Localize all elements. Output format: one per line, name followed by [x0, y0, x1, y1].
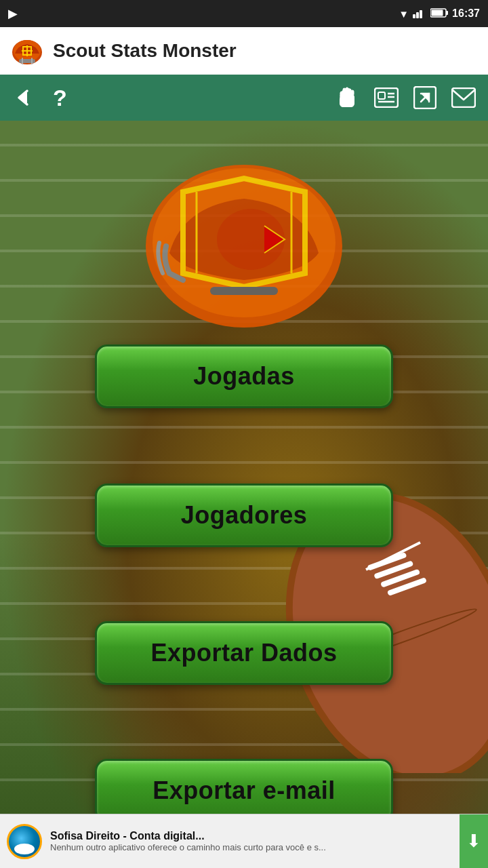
- download-icon: ⬇: [466, 831, 481, 852]
- svg-rect-4: [432, 9, 443, 16]
- export-button[interactable]: [413, 86, 436, 109]
- play-store-icon: ▶: [8, 6, 18, 21]
- ad-banner[interactable]: Sofisa Direito - Conta digital... Nenhum…: [0, 814, 488, 868]
- svg-rect-14: [348, 89, 351, 96]
- ad-text: Sofisa Direito - Conta digital... Nenhum…: [50, 830, 451, 852]
- svg-rect-13: [346, 87, 348, 96]
- app-title: Scout Stats Monster: [53, 40, 237, 62]
- svg-rect-15: [351, 90, 354, 96]
- svg-rect-2: [420, 10, 422, 18]
- jogadores-button[interactable]: Jogadores: [95, 484, 393, 547]
- buttons-container: Jogadas Jogadores Exportar Dados Exporta…: [95, 344, 393, 814]
- svg-rect-8: [19, 59, 35, 63]
- signal-icon: [413, 7, 426, 20]
- svg-rect-0: [413, 14, 415, 18]
- toolbar: ?: [0, 75, 488, 121]
- main-content: Jogadas Jogadores Exportar Dados Exporta…: [0, 121, 488, 814]
- ad-title: Sofisa Direito - Conta digital...: [50, 830, 451, 842]
- svg-rect-16: [343, 88, 346, 96]
- gesture-button[interactable]: [333, 85, 359, 111]
- status-bar: ▶ ▼ 16:37: [0, 0, 488, 27]
- status-bar-right: ▼ 16:37: [399, 7, 480, 20]
- svg-rect-9: [22, 58, 23, 64]
- contact-card-button[interactable]: [374, 87, 399, 108]
- help-button[interactable]: ?: [53, 85, 67, 111]
- wifi-icon: ▼: [399, 8, 409, 20]
- svg-rect-19: [378, 92, 385, 99]
- ad-description: Nenhum outro aplicativo oferece o caminh…: [50, 842, 451, 852]
- exportar-email-button[interactable]: Exportar e-mail: [95, 759, 393, 814]
- svg-rect-24: [452, 88, 475, 107]
- back-button[interactable]: [12, 87, 34, 108]
- jogadas-button[interactable]: Jogadas: [95, 344, 393, 408]
- battery-icon: [430, 8, 448, 20]
- svg-rect-1: [416, 12, 419, 18]
- status-bar-left: ▶: [8, 6, 18, 21]
- app-logo: [9, 33, 45, 68]
- svg-rect-5: [446, 11, 448, 15]
- toolbar-right: [333, 85, 476, 111]
- ad-download-button[interactable]: ⬇: [460, 814, 488, 869]
- svg-rect-17: [340, 92, 343, 97]
- svg-rect-30: [210, 287, 278, 295]
- ad-icon: [7, 824, 42, 859]
- time-display: 16:37: [452, 7, 480, 20]
- exportar-dados-button[interactable]: Exportar Dados: [95, 621, 393, 685]
- app-bar: Scout Stats Monster: [0, 27, 488, 75]
- email-button[interactable]: [451, 87, 476, 108]
- svg-rect-10: [31, 58, 33, 64]
- helmet-area: [54, 121, 434, 358]
- toolbar-left: ?: [12, 85, 67, 111]
